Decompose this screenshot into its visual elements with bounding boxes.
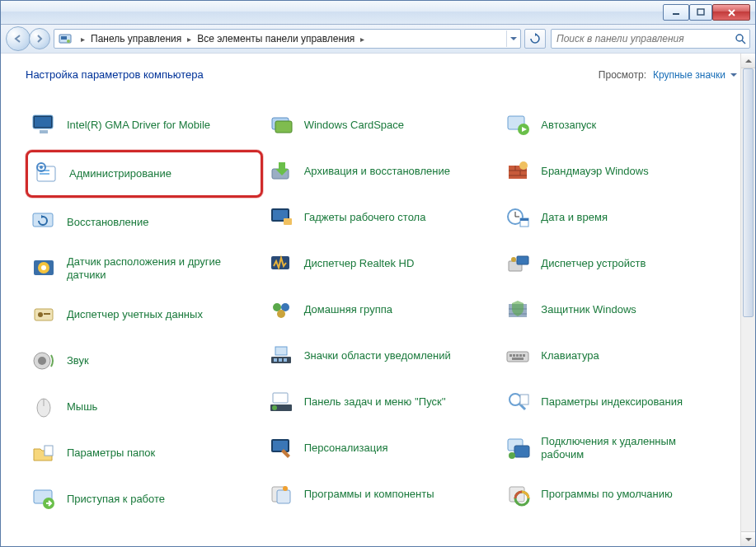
breadcrumb-item[interactable]: Панель управления (90, 33, 182, 44)
content-header: Настройка параметров компьютера Просмотр… (26, 68, 737, 81)
items-column: АвтозапускБрандмауэр WindowsДата и время… (500, 104, 737, 524)
item-label: Звук (67, 354, 89, 367)
datetime-icon (503, 203, 533, 232)
defaults-icon (503, 479, 533, 509)
control-panel-item[interactable]: Диспетчер Realtek HD (263, 242, 500, 285)
svg-rect-40 (274, 358, 277, 362)
svg-rect-34 (284, 218, 292, 225)
item-label: Архивация и восстановление (304, 165, 450, 178)
address-bar[interactable]: ▸ Панель управления ▸ Все элементы панел… (54, 29, 521, 49)
control-panel-item[interactable]: Брандмауэр Windows (500, 150, 737, 193)
control-panel-item[interactable]: Диспетчер устройств (500, 242, 737, 285)
item-label: Программы по умолчанию (541, 488, 672, 501)
programs-icon (266, 479, 296, 509)
control-panel-item[interactable]: Звук (26, 339, 263, 382)
svg-rect-64 (520, 218, 528, 221)
control-panel-item[interactable]: Архивация и восстановление (263, 150, 500, 193)
item-label: Гаджеты рабочего стола (304, 211, 426, 224)
control-panel-item[interactable]: Подключения к удаленным рабочим (500, 427, 737, 470)
svg-point-59 (519, 161, 528, 170)
breadcrumb-item[interactable]: Все элементы панели управления (196, 33, 355, 44)
control-panel-item[interactable]: Датчик расположения и другие датчики (26, 247, 263, 290)
chevron-down-icon (730, 73, 737, 77)
svg-rect-9 (40, 130, 48, 133)
control-panel-item[interactable]: Домашняя группа (263, 288, 500, 331)
control-panel-item[interactable]: Параметры индексирования (500, 381, 737, 423)
close-button[interactable] (712, 4, 750, 21)
scroll-down-button[interactable] (741, 531, 755, 546)
item-label: Восстановление (67, 216, 148, 229)
control-panel-item[interactable]: Автозапуск (500, 104, 737, 147)
control-panel-item[interactable]: Диспетчер учетных данных (26, 293, 263, 336)
view-label: Просмотр: (599, 69, 646, 81)
search-icon[interactable] (731, 30, 749, 47)
minimize-button[interactable] (663, 4, 689, 21)
item-label: Диспетчер учетных данных (67, 308, 203, 321)
maximize-button[interactable] (689, 4, 712, 21)
gadgets-icon (266, 203, 296, 232)
realtek-icon (266, 249, 296, 278)
svg-rect-43 (275, 347, 287, 355)
control-panel-item[interactable]: Intel(R) GMA Driver for Mobile (26, 104, 263, 147)
breadcrumb-chevron-icon[interactable]: ▸ (76, 35, 90, 44)
control-panel-item[interactable]: Панель задач и меню ''Пуск'' (263, 381, 500, 423)
window-controls (663, 4, 750, 21)
scroll-thumb[interactable] (743, 68, 754, 317)
control-panel-item[interactable]: Персонализация (263, 427, 500, 470)
forward-button[interactable] (29, 28, 50, 49)
svg-rect-21 (44, 313, 50, 315)
svg-point-83 (509, 452, 515, 459)
refresh-button[interactable] (524, 29, 546, 49)
svg-rect-80 (520, 395, 528, 404)
item-label: Домашняя группа (304, 303, 392, 316)
svg-rect-8 (35, 117, 51, 127)
svg-line-6 (742, 40, 745, 44)
control-panel-item[interactable]: Программы по умолчанию (500, 473, 737, 516)
autoplay-icon (503, 110, 533, 140)
control-panel-item[interactable]: Администрирование (26, 150, 263, 198)
svg-rect-75 (519, 354, 522, 357)
svg-rect-66 (517, 256, 528, 264)
monitor-icon (29, 110, 59, 140)
sound-icon (29, 346, 59, 376)
search-box[interactable] (551, 29, 750, 49)
control-panel-item[interactable]: Мышь (26, 386, 263, 428)
control-panel-icon (58, 31, 73, 46)
item-label: Windows CardSpace (304, 119, 404, 132)
control-panel-item[interactable]: Значки области уведомлений (263, 334, 500, 377)
item-label: Параметры папок (67, 446, 155, 460)
scroll-up-button[interactable] (741, 54, 755, 68)
defender-icon (503, 295, 533, 325)
control-panel-item[interactable]: Гаджеты рабочего стола (263, 196, 500, 239)
tray-icon (266, 341, 296, 371)
item-label: Параметры индексирования (541, 395, 683, 409)
back-button[interactable] (6, 26, 31, 51)
control-panel-item[interactable]: Программы и компоненты (263, 473, 500, 516)
item-label: Защитник Windows (541, 303, 636, 316)
svg-rect-72 (509, 354, 512, 357)
search-input[interactable] (552, 33, 731, 44)
control-panel-item[interactable]: Защитник Windows (500, 288, 737, 331)
control-panel-item[interactable]: Приступая к работе (26, 478, 263, 521)
devmgr-icon (503, 249, 533, 278)
control-panel-item[interactable]: Windows CardSpace (263, 104, 500, 147)
svg-point-14 (40, 166, 43, 169)
control-panel-item[interactable]: Клавиатура (500, 334, 737, 377)
vertical-scrollbar[interactable] (740, 54, 755, 546)
firewall-icon (503, 157, 533, 186)
getting-started-icon (29, 484, 59, 514)
view-dropdown[interactable]: Крупные значки (653, 69, 737, 81)
control-panel-item[interactable]: Дата и время (500, 196, 737, 239)
titlebar (1, 1, 755, 25)
personalize-icon (266, 433, 296, 463)
breadcrumb-chevron-icon[interactable]: ▸ (355, 35, 369, 44)
address-dropdown-button[interactable] (506, 30, 520, 47)
recovery-icon (29, 208, 59, 237)
control-panel-item[interactable]: Параметры папок (26, 432, 263, 475)
control-panel-item[interactable]: Восстановление (26, 201, 263, 244)
admin-icon (31, 159, 61, 189)
svg-rect-76 (523, 354, 525, 357)
svg-rect-46 (273, 393, 288, 403)
breadcrumb-chevron-icon[interactable]: ▸ (182, 35, 196, 44)
taskbar-icon (266, 387, 296, 417)
